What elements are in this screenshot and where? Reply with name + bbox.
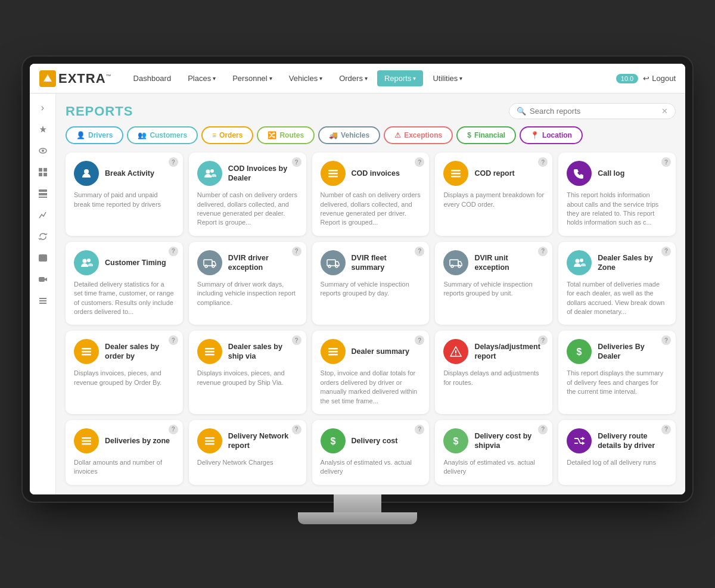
- help-icon[interactable]: ?: [661, 157, 671, 167]
- report-description: Detailed log of all delivery runs: [567, 458, 667, 467]
- help-icon[interactable]: ?: [415, 335, 424, 345]
- report-card[interactable]: ? DVIR unit exception Summary of vehicle…: [435, 242, 552, 325]
- page-title: REPORTS: [66, 104, 133, 119]
- sidebar-menu[interactable]: [33, 291, 52, 310]
- filter-tab-financial[interactable]: $ Financial: [456, 126, 516, 144]
- svg-point-21: [210, 169, 214, 173]
- help-icon[interactable]: ?: [169, 247, 178, 256]
- report-card[interactable]: ? $ Delivery cost Analysis of estimated …: [312, 420, 430, 485]
- report-icon: [74, 161, 99, 186]
- report-card[interactable]: ? Delivery route details by driver Detai…: [558, 420, 676, 485]
- help-icon[interactable]: ?: [169, 157, 178, 167]
- logout-button[interactable]: ↩ Logout: [643, 74, 676, 83]
- help-icon[interactable]: ?: [169, 425, 178, 434]
- report-card[interactable]: ? Call log This report holds information…: [558, 153, 676, 236]
- filter-tab-customers[interactable]: 👥 Customers: [127, 126, 198, 144]
- svg-rect-47: [328, 348, 338, 350]
- help-icon[interactable]: ?: [415, 247, 424, 256]
- svg-point-32: [212, 265, 214, 267]
- help-icon[interactable]: ?: [292, 335, 301, 345]
- search-input[interactable]: [530, 107, 658, 116]
- help-icon[interactable]: ?: [169, 335, 178, 345]
- nav-orders[interactable]: Orders ▾: [332, 70, 375, 86]
- clear-icon[interactable]: ✕: [661, 107, 668, 116]
- report-description: Detailed delivery statistics for a set t…: [74, 280, 175, 317]
- card-header: $ Delivery cost by shipvia: [443, 428, 544, 453]
- report-card[interactable]: ? Customer Timing Detailed delivery stat…: [66, 242, 183, 325]
- filter-tab-drivers[interactable]: 👤 Drivers: [66, 126, 123, 144]
- svg-rect-17: [39, 300, 46, 301]
- sidebar-chart[interactable]: [33, 206, 52, 225]
- svg-rect-45: [205, 351, 214, 353]
- help-icon[interactable]: ?: [415, 425, 424, 434]
- help-icon[interactable]: ?: [292, 425, 301, 434]
- svg-rect-44: [205, 348, 214, 350]
- report-card[interactable]: ? COD report Displays a payment breakdow…: [435, 153, 552, 236]
- svg-rect-3: [39, 168, 42, 172]
- report-card[interactable]: ? Deliveries by zone Dollar amounts and …: [66, 420, 183, 485]
- report-card[interactable]: ? $ Delivery cost by shipvia Anaylsis of…: [435, 420, 552, 485]
- help-icon[interactable]: ?: [292, 157, 301, 167]
- filter-tab-location[interactable]: 📍 Location: [520, 126, 583, 144]
- warning-icon: ⚠: [394, 131, 401, 139]
- help-icon[interactable]: ?: [538, 335, 548, 345]
- filter-tab-orders[interactable]: ≡ Orders: [201, 126, 253, 144]
- svg-point-52: [455, 354, 456, 356]
- svg-rect-24: [328, 176, 338, 178]
- help-icon[interactable]: ?: [538, 247, 548, 256]
- report-icon: [197, 161, 222, 186]
- card-header: Dealer sales by order by: [74, 339, 175, 364]
- report-card[interactable]: ? Dealer Sales by Zone Total number of d…: [558, 242, 676, 325]
- report-description: Anaylsis of estimated vs. actual deliver…: [443, 458, 544, 477]
- report-description: Stop, invoice and dollar totals for orde…: [321, 369, 421, 406]
- nav-vehicles[interactable]: Vehicles ▾: [282, 70, 329, 86]
- report-card[interactable]: ? Dealer summary Stop, invoice and dolla…: [312, 331, 430, 414]
- help-icon[interactable]: ?: [292, 247, 301, 256]
- report-title: Call log: [598, 169, 624, 178]
- nav-places[interactable]: Places ▾: [181, 70, 223, 86]
- report-icon: [567, 250, 592, 275]
- report-card[interactable]: ? Break Activity Summary of paid and unp…: [66, 153, 183, 236]
- report-card[interactable]: ? $ Deliveries By Dealer This report dis…: [558, 331, 676, 414]
- report-card[interactable]: ? Delays/adjustment report Displays dela…: [435, 331, 552, 414]
- report-card[interactable]: ? COD Invoices by Dealer Number of cash …: [189, 153, 306, 236]
- report-card[interactable]: ? Dealer sales by ship via Displays invo…: [189, 331, 306, 414]
- sidebar-expand[interactable]: ›: [33, 98, 52, 117]
- card-header: Customer Timing: [74, 250, 175, 275]
- navbar: EXTRA™ Dashboard Places ▾ Personnel ▾ Ve…: [30, 64, 685, 94]
- sidebar-navigation[interactable]: [33, 120, 52, 139]
- sidebar-dispatch[interactable]: [33, 248, 52, 267]
- nav-reports[interactable]: Reports ▾: [377, 70, 424, 86]
- sidebar-eye[interactable]: [33, 141, 52, 160]
- sidebar-sync[interactable]: [33, 227, 52, 246]
- nav-dashboard[interactable]: Dashboard: [126, 70, 179, 86]
- help-icon[interactable]: ?: [661, 425, 671, 434]
- svg-rect-48: [328, 351, 338, 353]
- filter-tab-routes[interactable]: 🔀 Routes: [257, 126, 315, 144]
- help-icon[interactable]: ?: [661, 335, 671, 345]
- svg-point-39: [576, 259, 580, 263]
- sidebar-grid[interactable]: [33, 163, 52, 182]
- report-card[interactable]: ? Delivery Network report Delivery Netwo…: [189, 420, 306, 485]
- help-icon[interactable]: ?: [661, 247, 671, 256]
- help-icon[interactable]: ?: [538, 157, 548, 167]
- nav-personnel[interactable]: Personnel ▾: [225, 70, 279, 86]
- filter-tab-vehicles[interactable]: 🚚 Vehicles: [318, 126, 380, 144]
- report-title: COD invoices: [352, 169, 400, 178]
- report-icon: [74, 428, 99, 453]
- sidebar-panel[interactable]: [33, 184, 52, 203]
- report-card[interactable]: ? DVIR driver exception Summary of drive…: [189, 242, 306, 325]
- report-icon: [443, 250, 468, 275]
- report-title: Dealer summary: [352, 347, 409, 356]
- help-icon[interactable]: ?: [538, 425, 548, 434]
- card-header: DVIR driver exception: [197, 250, 298, 275]
- sidebar-video[interactable]: [33, 270, 52, 289]
- report-card[interactable]: ? COD invoices Number of cash on deliver…: [312, 153, 430, 236]
- report-card[interactable]: ? Dealer sales by order by Displays invo…: [66, 331, 183, 414]
- svg-rect-59: [205, 443, 214, 445]
- nav-utilities[interactable]: Utilities ▾: [425, 70, 470, 86]
- help-icon[interactable]: ?: [415, 157, 424, 167]
- filter-tab-exceptions[interactable]: ⚠ Exceptions: [384, 126, 453, 144]
- card-header: Call log: [567, 161, 667, 186]
- report-card[interactable]: ? DVIR fleet summary Summary of vehicle …: [312, 242, 430, 325]
